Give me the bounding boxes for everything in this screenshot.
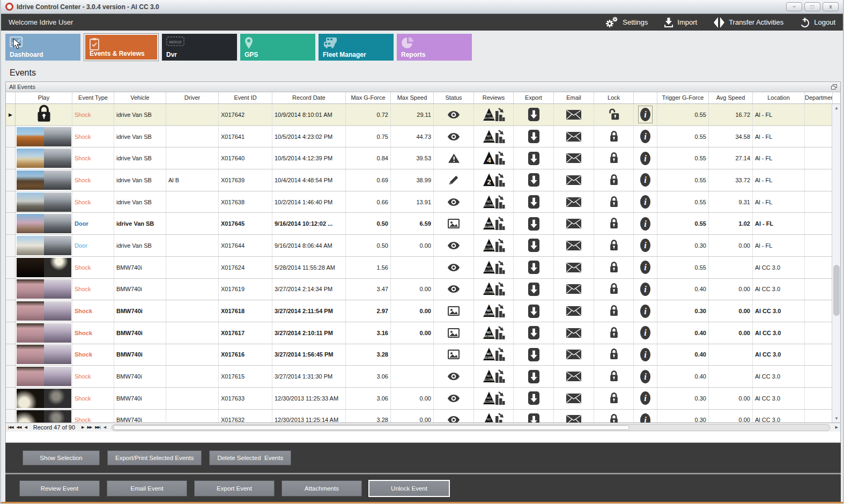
cell-reviews[interactable]: NOSCORE (474, 366, 514, 387)
event-thumbnail[interactable] (17, 171, 71, 190)
tile-reports[interactable]: Reports (397, 34, 472, 61)
export-icon[interactable] (528, 195, 540, 209)
cell-info[interactable]: i (634, 257, 657, 278)
cell-lock[interactable] (594, 169, 634, 191)
hscroll-left-icon[interactable]: ◀ (103, 425, 106, 429)
lock-icon[interactable] (609, 151, 619, 165)
play-thumbnail[interactable] (16, 388, 72, 409)
event-row-X017633[interactable]: ShockBMW740iX01763312/30/2013 11:25:33 A… (6, 388, 840, 410)
hscroll-right-icon[interactable]: ▶ (835, 425, 838, 429)
play-thumbnail[interactable] (16, 410, 72, 423)
cell-reviews[interactable]: NOSCORE (474, 191, 514, 213)
play-thumbnail[interactable] (16, 126, 72, 147)
lock-icon[interactable] (609, 217, 619, 231)
cell-info[interactable]: i (634, 213, 657, 234)
column-header-record_date[interactable]: Record Date (272, 92, 346, 103)
cell-info[interactable]: i (634, 366, 657, 387)
column-header-play[interactable]: Play (16, 92, 72, 103)
cell-export[interactable] (514, 322, 554, 344)
settings-button[interactable]: Settings (605, 17, 648, 28)
event-row-X017632[interactable]: ShockBMW740iX01763212/30/2013 11:25:14 A… (6, 410, 840, 423)
info-icon[interactable]: i (640, 325, 651, 340)
email-icon[interactable] (566, 306, 582, 316)
event-thumbnail[interactable] (17, 149, 71, 168)
cell-export[interactable] (514, 126, 554, 147)
review-score-icon[interactable]: NOSCORE (483, 325, 505, 341)
maximize-button[interactable]: □ (804, 2, 820, 11)
column-header-sel[interactable] (6, 92, 16, 103)
cell-email[interactable] (554, 410, 594, 423)
event-row-X017645[interactable]: Dooridrive Van SBX0176459/16/2014 10:12:… (6, 213, 840, 235)
lock-icon[interactable] (609, 304, 619, 318)
review-score-icon[interactable]: NOSCORE (483, 368, 505, 384)
review-score-icon[interactable]: NOSCORE (483, 238, 505, 254)
last-record-button[interactable]: ▶▶| (95, 425, 100, 429)
attachments-button[interactable]: Attachments (282, 480, 362, 496)
cell-email[interactable] (554, 257, 594, 278)
cell-reviews[interactable]: NOSCORE (474, 126, 514, 147)
cell-reviews[interactable]: NOSCORE (474, 344, 514, 366)
show-selection-button[interactable]: Show Selection (23, 450, 100, 465)
cell-reviews[interactable]: NOSCORE (474, 388, 514, 409)
cell-email[interactable] (554, 169, 594, 191)
play-thumbnail[interactable] (16, 279, 72, 300)
cell-info[interactable]: i (634, 147, 657, 169)
column-header-driver[interactable]: Driver (166, 92, 219, 103)
horizontal-scroll-thumb[interactable] (113, 425, 630, 430)
next-record-button[interactable]: ▶ (82, 425, 84, 429)
review-score-icon[interactable]: NOSCORE (483, 194, 505, 210)
cell-export[interactable] (514, 344, 554, 366)
cell-email[interactable] (554, 279, 594, 300)
event-thumbnail[interactable] (17, 301, 71, 321)
play-thumbnail[interactable] (16, 366, 72, 387)
import-button[interactable]: Import (664, 17, 697, 28)
column-header-department[interactable]: Department (805, 92, 833, 103)
first-record-button[interactable]: |◀◀ (8, 425, 13, 429)
export-icon[interactable] (528, 107, 540, 122)
cell-lock[interactable] (594, 344, 634, 366)
cell-export[interactable] (514, 235, 554, 256)
vertical-scroll-thumb[interactable] (833, 265, 840, 316)
column-header-location[interactable]: Location (753, 92, 805, 103)
column-header-trigger_g[interactable]: Trigger G-Force (657, 92, 709, 103)
cell-lock[interactable] (594, 279, 634, 300)
email-icon[interactable] (566, 414, 582, 423)
review-score-icon[interactable]: NOSCORE (483, 346, 505, 362)
email-icon[interactable] (566, 131, 582, 142)
event-row-X017638[interactable]: Shockidrive Van SBX01763810/2/2014 1:46:… (6, 191, 840, 213)
cell-reviews[interactable]: NOSCORE (474, 235, 514, 256)
cell-lock[interactable] (594, 126, 634, 147)
email-icon[interactable] (566, 349, 582, 360)
cell-info[interactable]: i (634, 322, 657, 344)
cell-lock[interactable] (594, 104, 634, 125)
cell-lock[interactable] (594, 388, 634, 409)
cell-info[interactable]: i (634, 104, 657, 125)
cell-lock[interactable] (594, 300, 634, 322)
vertical-scrollbar[interactable]: ▲ ▼ (832, 104, 840, 423)
review-score-icon[interactable]: NOSCORE (483, 129, 505, 145)
review-score-icon[interactable]: NOSCORE (483, 412, 505, 423)
review-event-button[interactable]: Review Event (19, 480, 100, 496)
lock-icon[interactable] (609, 326, 619, 340)
info-icon[interactable]: i (640, 282, 651, 297)
column-header-export[interactable]: Export (514, 92, 554, 103)
column-header-max_g[interactable]: Max G-Force (346, 92, 391, 103)
export-icon[interactable] (528, 282, 540, 297)
event-row-X017616[interactable]: ShockBMW740iX0176163/27/2014 1:56:45 PM3… (6, 344, 840, 366)
event-row-X017642[interactable]: ▶Shockidrive Van SBX01764210/9/2014 8:10… (6, 104, 840, 126)
cell-email[interactable] (554, 300, 594, 322)
tile-events-reviews[interactable]: Events & Reviews (85, 35, 157, 60)
event-thumbnail[interactable] (17, 214, 71, 233)
info-icon[interactable]: i (640, 173, 651, 187)
export-icon[interactable] (528, 238, 540, 253)
panel-restore-icon[interactable] (831, 84, 837, 90)
cell-export[interactable] (514, 104, 554, 125)
cell-export[interactable] (514, 366, 554, 387)
tile-fleet-manager[interactable]: Fleet Manager (319, 34, 394, 61)
review-score-icon[interactable]: NOSCORE (483, 260, 505, 276)
play-thumbnail[interactable] (16, 191, 72, 213)
event-row-X017615[interactable]: ShockBMW740iX0176153/27/2014 1:31:30 PM3… (6, 366, 840, 388)
cell-export[interactable] (514, 300, 554, 322)
cell-info[interactable]: i (634, 235, 657, 256)
export-icon[interactable] (528, 129, 540, 144)
